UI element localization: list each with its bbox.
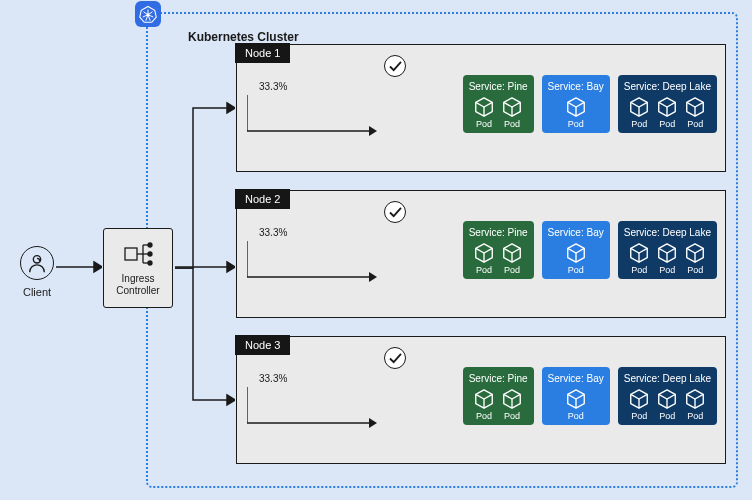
ingress-icon [123,239,153,269]
service-title: Service: Deep Lake [624,81,711,92]
services-row: Service: Pine Pod Pod Service: Bay Pod S… [463,367,717,425]
node-title: Node 3 [235,335,290,355]
pod: Pod [628,96,650,129]
cube-icon [501,96,523,118]
pod-label: Pod [568,411,584,421]
service-title: Service: Pine [469,227,528,238]
cube-icon [473,388,495,410]
check-icon [384,55,406,77]
pod-label: Pod [659,411,675,421]
node: Node 3 33.3% Service: Pine Pod Pod Servi… [236,336,726,464]
pod-label: Pod [504,265,520,275]
node-title: Node 1 [235,43,290,63]
services-row: Service: Pine Pod Pod Service: Bay Pod S… [463,75,717,133]
service-deep-lake: Service: Deep Lake Pod Pod Pod [618,75,717,133]
pod: Pod [684,96,706,129]
service-deep-lake: Service: Deep Lake Pod Pod Pod [618,221,717,279]
pod-label: Pod [687,265,703,275]
pod: Pod [501,388,523,421]
service-bay: Service: Bay Pod [542,367,610,425]
client: Client [20,246,54,298]
pod: Pod [473,242,495,275]
kubernetes-icon [135,1,161,27]
client-label: Client [20,286,54,298]
service-pine: Service: Pine Pod Pod [463,367,534,425]
cube-icon [684,388,706,410]
arrow-to-service [247,383,377,433]
service-pine: Service: Pine Pod Pod [463,75,534,133]
arrow-to-service [247,237,377,287]
pod: Pod [656,96,678,129]
pod-label: Pod [476,411,492,421]
arrow-client-ingress [56,260,102,274]
svg-marker-26 [369,126,377,136]
cube-icon [565,388,587,410]
cube-icon [684,242,706,264]
cube-icon [473,242,495,264]
pod-label: Pod [659,119,675,129]
arrow-to-service [247,91,377,141]
pod-label: Pod [504,119,520,129]
pod-label: Pod [504,411,520,421]
cube-icon [501,242,523,264]
cube-icon [565,242,587,264]
arrow-ingress-node1 [175,100,235,280]
svg-line-3 [148,12,153,15]
pod: Pod [656,242,678,275]
svg-marker-11 [94,262,102,272]
svg-point-20 [148,252,152,256]
pod-label: Pod [631,265,647,275]
pod: Pod [473,96,495,129]
cube-icon [473,96,495,118]
service-bay: Service: Bay Pod [542,221,610,279]
check-icon [384,201,406,223]
pod: Pod [473,388,495,421]
service-title: Service: Bay [548,227,604,238]
node-title: Node 2 [235,189,290,209]
cube-icon [628,242,650,264]
cube-icon [656,242,678,264]
cube-icon [628,96,650,118]
pod-label: Pod [568,265,584,275]
service-title: Service: Pine [469,81,528,92]
pod: Pod [565,242,587,275]
pod: Pod [656,388,678,421]
service-title: Service: Bay [548,373,604,384]
service-title: Service: Pine [469,373,528,384]
cluster-title: Kubernetes Cluster [188,30,299,44]
svg-point-19 [148,243,152,247]
pod-label: Pod [687,119,703,129]
pod: Pod [684,242,706,275]
node: Node 1 33.3% Service: Pine Pod Pod Servi… [236,44,726,172]
pod: Pod [565,388,587,421]
pod-label: Pod [659,265,675,275]
cube-icon [501,388,523,410]
svg-marker-22 [227,103,235,113]
pod: Pod [565,96,587,129]
service-title: Service: Deep Lake [624,373,711,384]
pod: Pod [628,242,650,275]
service-pine: Service: Pine Pod Pod [463,221,534,279]
person-icon [20,246,54,280]
ingress-controller: Ingress Controller [103,228,173,308]
svg-marker-28 [369,418,377,428]
pod-label: Pod [476,265,492,275]
cube-icon [684,96,706,118]
svg-rect-12 [125,248,137,260]
pod: Pod [501,96,523,129]
ingress-label: Ingress Controller [104,273,172,297]
cube-icon [565,96,587,118]
service-title: Service: Deep Lake [624,227,711,238]
pod-label: Pod [631,119,647,129]
cube-icon [656,96,678,118]
arrow-ingress-node3 [175,268,235,408]
cube-icon [628,388,650,410]
pod: Pod [501,242,523,275]
service-deep-lake: Service: Deep Lake Pod Pod Pod [618,367,717,425]
check-icon [384,347,406,369]
svg-point-21 [148,261,152,265]
svg-marker-25 [227,395,235,405]
service-bay: Service: Bay Pod [542,75,610,133]
pod-label: Pod [631,411,647,421]
pod-label: Pod [687,411,703,421]
